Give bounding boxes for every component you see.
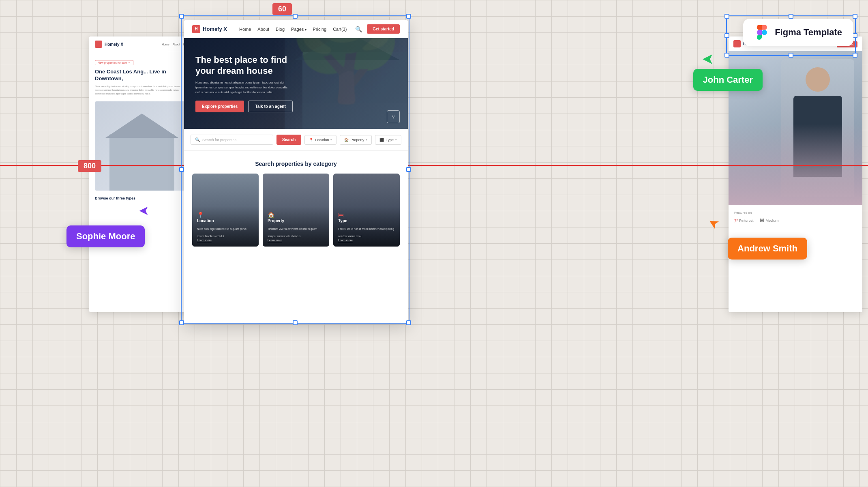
hero-title: The best place to find your dream house — [195, 55, 301, 76]
search-button[interactable]: Search — [276, 135, 301, 145]
location-pin-icon: 📍 — [197, 212, 204, 218]
talk-to-agent-button[interactable]: Talk to an agent — [248, 101, 292, 112]
search-input-wrapper[interactable]: 🔍 Search for properties — [191, 135, 273, 145]
measurement-badge-60: 60 — [272, 3, 292, 15]
measurement-line — [0, 165, 868, 166]
property-icon: 🏠 — [344, 138, 349, 142]
pinterest-logo: 𝓟 Pinterest — [734, 218, 754, 223]
medium-icon: M — [760, 218, 764, 223]
cursor-arrow-green — [702, 54, 713, 67]
type-bed-icon: 🛏 — [338, 212, 344, 218]
search-icon[interactable]: 🔍 — [355, 26, 362, 32]
location-dropdown-label: Location — [315, 138, 329, 142]
mockup-nav-right: 🔍 Get started — [355, 24, 400, 34]
main-website-mockup: Homefy X Home About Blog Pages Pricing C… — [184, 20, 408, 324]
location-icon: 📍 — [309, 138, 313, 142]
house-shape — [109, 134, 174, 191]
mockup-logo-icon — [192, 25, 200, 33]
measurement-badge-800: 800 — [78, 160, 101, 172]
category-property-link[interactable]: Learn more — [268, 239, 324, 242]
bg-right-logo-icon — [733, 40, 741, 47]
category-location-content: 📍 Location Nunc arcu dignissim nec sit a… — [192, 206, 259, 247]
categories-section: Search properties by category 📍 Location… — [184, 151, 408, 256]
category-type-name: Type — [338, 219, 395, 223]
explore-properties-button[interactable]: Explore properties — [195, 101, 244, 112]
pinterest-icon: 𝓟 — [734, 218, 737, 223]
category-location-name: Location — [197, 219, 254, 223]
category-card-location[interactable]: 📍 Location Nunc arcu dignissim nec sit a… — [192, 174, 259, 247]
bg-mockup-logo-text: Homefy X — [105, 42, 123, 47]
nav-link-pages[interactable]: Pages — [291, 27, 306, 32]
pinterest-label: Pinterest — [739, 219, 754, 223]
mockup-logo: Homefy X — [192, 25, 227, 33]
category-type-link[interactable]: Learn more — [338, 239, 395, 242]
nav-link-cart[interactable]: Cart(3) — [333, 27, 347, 32]
mockup-navbar: Homefy X Home About Blog Pages Pricing C… — [184, 20, 408, 38]
bg-mockup-badge: New properties for sale → — [95, 60, 133, 65]
category-card-property[interactable]: 🏠 Property Tincidunt viverra et viverra … — [263, 174, 329, 247]
category-location-desc: Nunc arcu dignissim nec sit aliquam puru… — [197, 227, 246, 238]
john-carter-badge: John Carter — [693, 69, 763, 91]
category-type-desc: Facilisi leo id non id morbi dolomer et … — [338, 227, 394, 238]
figma-template-text: Figma Template — [775, 27, 842, 38]
bg-mockup-browse-text: Browse our three types — [95, 196, 189, 200]
sophie-moore-badge: Sophie Moore — [66, 225, 145, 247]
hero-buttons: Explore properties Talk to an agent — [195, 101, 396, 112]
nav-link-about[interactable]: About — [257, 27, 269, 32]
figma-handle-tm[interactable] — [789, 14, 793, 19]
nav-item-about: About — [173, 43, 180, 46]
figma-template-badge: Figma Template — [743, 19, 853, 46]
category-property-desc: Tincidunt viverra et viverra vel lorem q… — [268, 227, 317, 238]
figma-handle-tl[interactable] — [724, 14, 729, 19]
medium-logo: M Medium — [760, 218, 779, 223]
location-dropdown[interactable]: 📍 Location — [304, 135, 336, 145]
mockup-logo-text: Homefy X — [203, 26, 227, 32]
nav-link-pricing[interactable]: Pricing — [313, 27, 327, 32]
type-dropdown[interactable]: ⬛ Type — [375, 135, 401, 145]
bg-mockup-house-image — [95, 101, 189, 191]
property-home-icon: 🏠 — [268, 212, 274, 218]
bg-mockup-header: Homefy X Home About Blog — [89, 36, 195, 52]
bg-right-overlay — [729, 124, 862, 205]
search-bar-section: 🔍 Search for properties Search 📍 Locatio… — [184, 129, 408, 151]
medium-label: Medium — [766, 219, 779, 223]
handle-bottom-left[interactable] — [179, 320, 184, 325]
cursor-arrow-purple — [139, 206, 148, 218]
featured-logos: 𝓟 Pinterest M Medium — [734, 218, 857, 223]
nav-link-home[interactable]: Home — [239, 27, 251, 32]
type-dropdown-label: Type — [386, 138, 394, 142]
nav-item-home: Home — [162, 43, 169, 46]
property-dropdown-label: Property — [350, 138, 364, 142]
featured-on-label: Featured on — [734, 211, 857, 215]
bg-mockup-desc: Nunc arcu dignissim nec sit aliquam puru… — [95, 85, 189, 96]
person-head — [806, 67, 830, 92]
category-card-type[interactable]: 🛏 Type Facilisi leo id non id morbi dolo… — [333, 174, 400, 247]
property-dropdown[interactable]: 🏠 Property — [340, 135, 372, 145]
figma-logo-icon — [754, 25, 769, 40]
category-property-name: Property — [268, 219, 324, 223]
cursor-arrow-orange — [708, 218, 718, 230]
get-started-button[interactable]: Get started — [367, 24, 400, 34]
bg-mockup-title: One Coast Los Ang... Live in Downtown, — [95, 69, 189, 82]
figma-handle-tr[interactable] — [853, 14, 857, 19]
search-placeholder-text: Search for properties — [202, 138, 236, 142]
search-icon-small: 🔍 — [195, 137, 200, 142]
handle-top-left[interactable] — [179, 14, 184, 19]
mockup-nav-links: Home About Blog Pages Pricing Cart(3) — [239, 27, 347, 32]
category-type-content: 🛏 Type Facilisi leo id non id morbi dolo… — [333, 206, 400, 247]
categories-grid: 📍 Location Nunc arcu dignissim nec sit a… — [192, 174, 400, 247]
categories-title: Search properties by category — [192, 161, 400, 167]
andrew-smith-badge: Andrew Smith — [728, 238, 807, 260]
nav-link-blog[interactable]: Blog — [276, 27, 285, 32]
hero-description: Nunc arcu dignissim nec sit aliquam puru… — [195, 80, 293, 95]
bg-mockup-logo-icon — [95, 41, 102, 48]
bg-right-bottom-section: Featured on 𝓟 Pinterest M Medium — [729, 205, 862, 229]
handle-top-mid[interactable] — [293, 14, 298, 19]
category-location-link[interactable]: Learn more — [197, 239, 254, 242]
bg-mockup-content: New properties for sale → One Coast Los … — [89, 52, 195, 206]
house-roof — [105, 114, 178, 138]
handle-top-right[interactable] — [406, 14, 411, 19]
background-mockup-left: Homefy X Home About Blog New properties … — [89, 36, 195, 312]
category-property-content: 🏠 Property Tincidunt viverra et viverra … — [263, 206, 329, 247]
type-icon: ⬛ — [379, 138, 384, 142]
